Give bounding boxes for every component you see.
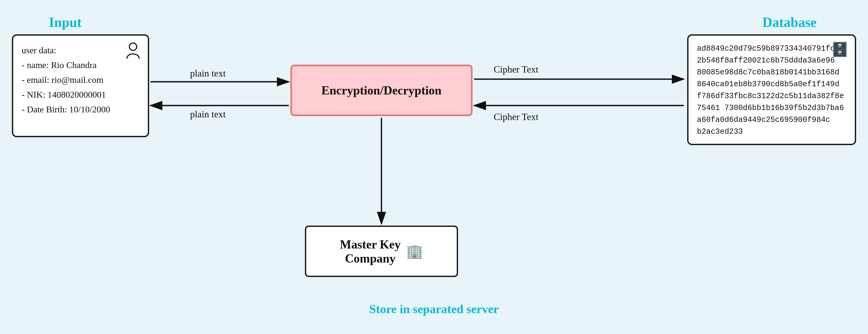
encryption-box: Encryption/Decryption bbox=[290, 65, 472, 116]
user-icon bbox=[126, 42, 141, 62]
input-line2: - name: Rio Chandra bbox=[22, 60, 97, 70]
input-line1: user data: bbox=[22, 45, 56, 55]
input-line5: - Date Birth: 10/10/2000 bbox=[22, 104, 110, 114]
db-cipher-text: ad8849c20d79c59b897334340791fc 2b548f8af… bbox=[697, 43, 846, 138]
label-plain-text-from-enc: plain text bbox=[190, 109, 226, 120]
database-label: Database bbox=[763, 14, 816, 30]
label-plain-text-to-enc: plain text bbox=[190, 68, 226, 79]
master-key-label: Master Key Company bbox=[340, 237, 401, 265]
svg-point-0 bbox=[129, 43, 137, 51]
input-box: user data: - name: Rio Chandra - email: … bbox=[12, 34, 149, 137]
label-cipher-text-to-db: Cipher Text bbox=[494, 64, 538, 75]
store-label: Store in separated server bbox=[369, 302, 499, 316]
key-icon: 🏢 bbox=[406, 243, 423, 259]
input-box-content: user data: - name: Rio Chandra - email: … bbox=[22, 43, 140, 117]
input-line3: - email: rio@mail.com bbox=[22, 75, 103, 85]
label-cipher-text-from-db: Cipher Text bbox=[494, 111, 538, 122]
master-key-box: Master Key Company 🏢 bbox=[305, 226, 458, 277]
database-box: 🗄️ ad8849c20d79c59b897334340791fc 2b548f… bbox=[687, 34, 856, 145]
diagram-container: Input Database user data: - name: Rio Ch… bbox=[0, 0, 868, 334]
encryption-label: Encryption/Decryption bbox=[321, 84, 442, 97]
input-line4: - NIK: 1408020000001 bbox=[22, 90, 106, 99]
input-label: Input bbox=[49, 14, 82, 30]
database-icon: 🗄️ bbox=[831, 41, 848, 58]
